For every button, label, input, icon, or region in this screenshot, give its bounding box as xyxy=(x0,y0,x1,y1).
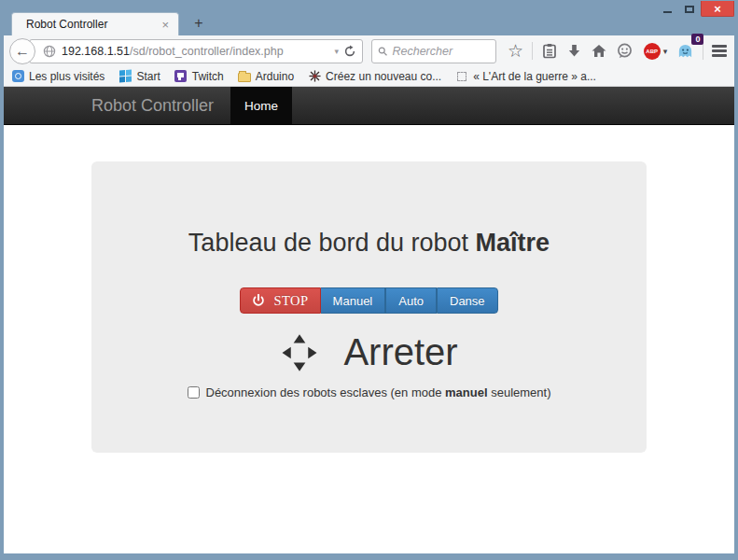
status-row: Arreter xyxy=(91,331,647,373)
slave-disconnect-checkbox[interactable] xyxy=(188,386,200,399)
status-text: Arreter xyxy=(343,331,457,373)
bookmark-start[interactable]: Start xyxy=(118,70,160,83)
new-tab-button[interactable]: + xyxy=(187,14,211,33)
folder-icon xyxy=(238,70,251,83)
bookmark-art-de-la-guerre[interactable]: « L'Art de la guerre » a... xyxy=(455,70,596,83)
back-button[interactable]: ← xyxy=(9,38,35,64)
minimize-button[interactable] xyxy=(656,1,678,17)
move-arrows-icon xyxy=(280,332,319,373)
ghostery-button[interactable]: 0 xyxy=(675,40,695,63)
tab-close-icon[interactable]: × xyxy=(160,18,171,32)
downloads-button[interactable] xyxy=(565,40,583,63)
page-viewport: Robot Controller Home Tableau de bord du… xyxy=(4,87,734,553)
navbar-brand[interactable]: Robot Controller xyxy=(91,87,230,124)
maximize-button[interactable] xyxy=(678,1,701,17)
ghost-icon xyxy=(677,43,693,60)
site-navbar: Robot Controller Home xyxy=(4,87,734,125)
adblock-plus-button[interactable]: ABP ▾ xyxy=(642,40,670,63)
tab-title: Robot Controller xyxy=(26,18,160,31)
ghostery-counter-badge: 0 xyxy=(691,34,703,45)
stop-button[interactable]: STOP xyxy=(240,287,320,314)
download-icon xyxy=(567,44,581,58)
mode-button-group: STOP Manuel Auto Danse xyxy=(240,287,497,314)
url-bar[interactable]: 192.168.1.51/sd/robot_controller/index.p… xyxy=(29,39,363,63)
reload-icon[interactable] xyxy=(343,45,356,58)
home-icon xyxy=(592,44,606,58)
url-path: /sd/robot_controller/index.php xyxy=(130,45,284,58)
bookmark-twitch[interactable]: Twitch xyxy=(174,70,224,83)
window-controls: × xyxy=(656,1,734,17)
menu-button[interactable] xyxy=(710,40,729,63)
twitch-icon xyxy=(174,70,188,83)
page-title: Tableau de bord du robot Maître xyxy=(91,229,647,257)
star-icon: ☆ xyxy=(508,42,523,60)
urlbar-dropdown-icon[interactable]: ▾ xyxy=(329,47,343,56)
chat-smiley-icon xyxy=(617,43,633,59)
abp-icon: ABP xyxy=(644,43,661,60)
search-bar[interactable] xyxy=(371,39,496,63)
minimize-icon xyxy=(663,11,672,13)
bookmark-create-new[interactable]: Créez un nouveau co... xyxy=(308,70,441,83)
dashboard-panel: Tableau de bord du robot Maître STOP Man… xyxy=(91,161,647,453)
bookmarks-menu-button[interactable] xyxy=(540,40,559,63)
browser-tab[interactable]: Robot Controller × xyxy=(11,12,179,35)
toolbar-actions: ☆ xyxy=(506,40,729,63)
generic-favicon xyxy=(455,70,468,83)
close-button[interactable]: × xyxy=(701,1,734,17)
auto-button[interactable]: Auto xyxy=(385,287,437,314)
url-host: 192.168.1.51 xyxy=(62,45,130,58)
toolbar-divider xyxy=(532,42,533,60)
home-button[interactable] xyxy=(590,40,608,63)
browser-window: Robot Controller × + × ← 192.168.1.51/sd… xyxy=(0,0,738,560)
bookmark-most-visited[interactable]: Les plus visités xyxy=(11,70,104,83)
titlebar: Robot Controller × + × xyxy=(0,0,738,35)
navigation-toolbar: ← 192.168.1.51/sd/robot_controller/index… xyxy=(4,35,734,66)
danse-button[interactable]: Danse xyxy=(437,287,498,314)
abp-dropdown-icon: ▾ xyxy=(663,47,668,56)
clipboard-icon xyxy=(542,43,557,59)
toolbar-divider xyxy=(703,42,703,60)
chat-extension-button[interactable] xyxy=(615,40,634,63)
slave-disconnect-label: Déconnexion des robots esclaves (en mode… xyxy=(206,385,551,399)
power-icon xyxy=(252,294,265,307)
windows-icon xyxy=(118,70,132,83)
nav-item-home[interactable]: Home xyxy=(230,87,292,124)
search-icon xyxy=(378,46,387,57)
web-icon xyxy=(308,70,321,83)
most-visited-icon xyxy=(11,70,24,83)
hamburger-icon xyxy=(712,43,727,60)
search-input[interactable] xyxy=(392,45,490,58)
maximize-icon xyxy=(685,6,694,13)
manuel-button[interactable]: Manuel xyxy=(321,287,386,314)
bookmarks-bar: Les plus visités Start Twitch Arduino xyxy=(4,66,734,87)
bookmark-folder-arduino[interactable]: Arduino xyxy=(238,70,294,83)
bookmark-star-button[interactable]: ☆ xyxy=(506,40,525,63)
globe-icon xyxy=(43,45,56,58)
slave-disconnect-row: Déconnexion des robots esclaves (en mode… xyxy=(91,385,647,399)
